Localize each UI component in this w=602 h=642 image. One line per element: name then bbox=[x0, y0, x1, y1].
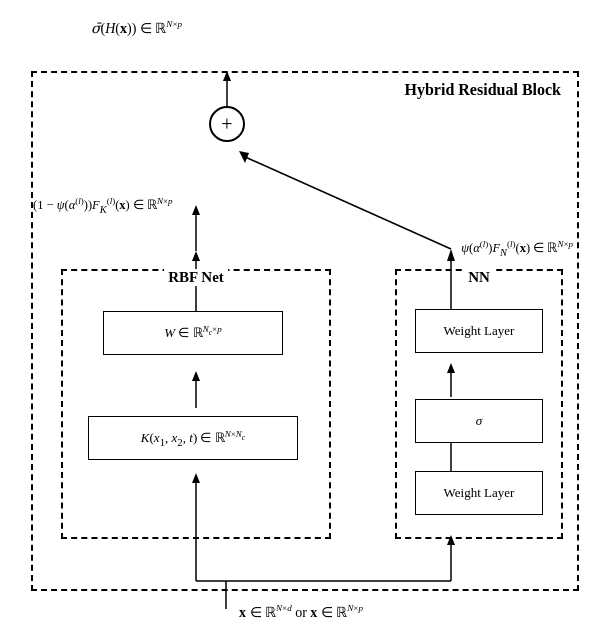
diagram: σ̄(H(x)) ∈ ℝN×p Hybrid Residual Block + … bbox=[11, 11, 591, 631]
rbf-net-box: RBF Net W ∈ ℝNc×p K(x1, x2, t) ∈ ℝN×Nc bbox=[61, 269, 331, 539]
weight-layer-bottom-box: Weight Layer bbox=[415, 471, 543, 515]
right-branch-label: ψ(α(l))FN(l)(x) ∈ ℝN×p bbox=[461, 239, 573, 258]
w-layer-label: W ∈ ℝNc×p bbox=[164, 324, 221, 341]
weight-layer-top-label: Weight Layer bbox=[444, 323, 515, 339]
rbf-title: RBF Net bbox=[164, 269, 228, 286]
w-layer-box: W ∈ ℝNc×p bbox=[103, 311, 283, 355]
sigma-label: σ bbox=[476, 413, 482, 429]
k-layer-box: K(x1, x2, t) ∈ ℝN×Nc bbox=[88, 416, 298, 460]
plus-circle: + bbox=[209, 106, 245, 142]
top-output-label: σ̄(H(x)) ∈ ℝN×p bbox=[91, 19, 182, 37]
weight-layer-top-box: Weight Layer bbox=[415, 309, 543, 353]
nn-title: NN bbox=[464, 269, 494, 286]
weight-layer-bottom-label: Weight Layer bbox=[444, 485, 515, 501]
bottom-input-label: x ∈ ℝN×d or x ∈ ℝN×p bbox=[239, 603, 363, 621]
outer-title: Hybrid Residual Block bbox=[405, 81, 561, 99]
left-branch-label: (1 − ψ(α(l)))FK(l)(x) ∈ ℝN×p bbox=[33, 196, 173, 215]
sigma-box: σ bbox=[415, 399, 543, 443]
nn-box: NN Weight Layer σ Weight Layer bbox=[395, 269, 563, 539]
k-layer-label: K(x1, x2, t) ∈ ℝN×Nc bbox=[141, 429, 245, 448]
